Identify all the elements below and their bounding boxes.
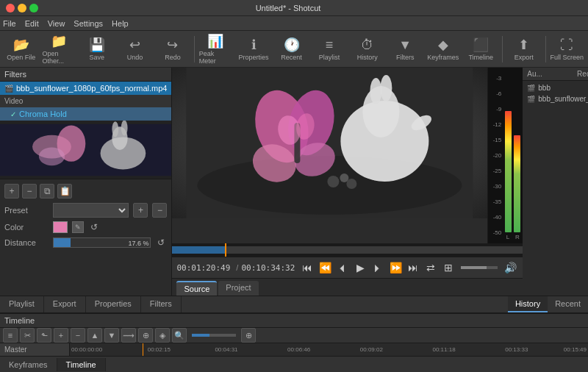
export-button[interactable]: ⬆ Export: [506, 32, 542, 66]
preset-select[interactable]: [53, 203, 129, 218]
add-filter-button[interactable]: +: [4, 184, 19, 198]
filters-button[interactable]: ▼ Filters: [387, 32, 423, 66]
menu-help[interactable]: Help: [112, 19, 129, 28]
right-panel-header: Au... Recent: [523, 68, 588, 81]
properties-tab[interactable]: Properties: [86, 296, 141, 312]
keyframes-label: Keyframes: [427, 54, 459, 61]
maximize-button[interactable]: [29, 4, 38, 12]
filters-panel: Filters 🎬 bbb_sunflower_1080p_60fps_norm…: [0, 68, 172, 296]
title-bar: Untitled* - Shotcut: [0, 0, 588, 16]
scrubber-bar[interactable]: [172, 243, 523, 257]
vu-label-7: -30: [490, 183, 501, 190]
menu-settings[interactable]: Settings: [74, 19, 103, 28]
vu-label-4: -15: [490, 137, 501, 143]
video-preview: [172, 68, 487, 218]
undo-icon: ↩: [129, 37, 140, 53]
redo-button[interactable]: ↪ Redo: [154, 32, 191, 66]
open-other-button[interactable]: 📁 Open Other...: [41, 32, 78, 66]
mute-button[interactable]: 🔊: [502, 260, 518, 276]
remove-preset-button[interactable]: −: [152, 203, 167, 218]
playlist-button[interactable]: ≡ Playlist: [311, 32, 348, 66]
tl-up-btn[interactable]: ▲: [87, 328, 102, 343]
filter-name: Chroma Hold: [19, 110, 67, 118]
play-prev-button[interactable]: ⏴: [334, 260, 351, 276]
recent-button[interactable]: 🕐 Recent: [273, 32, 310, 66]
paste-filter-button[interactable]: 📋: [57, 184, 72, 198]
tl-remove-btn[interactable]: −: [71, 328, 85, 343]
copy-filter-button[interactable]: ⧉: [40, 184, 54, 198]
tl-scrub-btn[interactable]: ◈: [155, 328, 170, 343]
filters-label: Filters: [396, 54, 415, 61]
play-next-button[interactable]: ⏵: [370, 260, 386, 276]
minimize-button[interactable]: [18, 4, 26, 12]
goto-end-button[interactable]: ⏭: [405, 260, 421, 276]
timeline-toolbar-button[interactable]: ⬛ Timeline: [463, 32, 500, 66]
menu-edit[interactable]: Edit: [25, 19, 39, 28]
project-tab[interactable]: Project: [218, 281, 258, 296]
window-title: Untitled* - Shotcut: [256, 4, 321, 12]
export-tab[interactable]: Export: [44, 296, 86, 312]
chroma-hold-filter[interactable]: ✓ Chroma Hold: [0, 107, 171, 121]
properties-button[interactable]: ℹ Properties: [235, 32, 272, 66]
distance-bar[interactable]: 17.6 %: [53, 237, 151, 248]
recent-item-2[interactable]: 🎬 bbb_sunflower_1...: [524, 93, 588, 104]
playlist-tab[interactable]: Playlist: [0, 296, 44, 312]
history-toolbar-button[interactable]: ⏱ History: [349, 32, 386, 66]
tl-razor-btn[interactable]: ✂: [20, 328, 35, 343]
recent-item-1[interactable]: 🎬 bbb: [524, 82, 588, 93]
svg-point-6: [112, 121, 118, 137]
filters-header: Filters: [0, 68, 171, 82]
color-picker-icon[interactable]: ✎: [72, 221, 84, 233]
filters-bottom-tab[interactable]: Filters: [141, 296, 182, 312]
play-button[interactable]: ▶: [352, 260, 368, 276]
skip-back-button[interactable]: ⏪: [317, 260, 333, 276]
undo-button[interactable]: ↩ Undo: [117, 32, 154, 66]
skip-forward-button[interactable]: ⏩: [387, 260, 404, 276]
color-refresh-button[interactable]: ↺: [88, 221, 100, 233]
tl-add-btn[interactable]: +: [54, 328, 68, 343]
tc-7: 00:15:49: [564, 346, 587, 353]
timeline-header: Timeline: [0, 314, 588, 328]
history-toolbar-label: History: [357, 54, 378, 61]
recent-label: Recent: [281, 54, 302, 61]
menu-view[interactable]: View: [48, 19, 65, 28]
timeline-bottom-tab[interactable]: Timeline: [57, 358, 106, 371]
history-tab[interactable]: History: [508, 296, 548, 312]
volume-slider[interactable]: [461, 266, 498, 269]
vu-scale-labels: -3 -6 -9 -12 -15 -20 -25 -30 -35 -40 -50: [488, 68, 503, 243]
tl-zoom-out-btn[interactable]: 🔍: [172, 328, 187, 343]
grid-button[interactable]: ⊞: [440, 260, 456, 276]
tl-ripple-btn[interactable]: ⟿: [121, 328, 136, 343]
track-content: 00:00:00:00 00:02:15 00:04:31 00:06:46 0…: [70, 343, 588, 356]
tl-zoom-fill: [192, 334, 209, 337]
content-area: Filters 🎬 bbb_sunflower_1080p_60fps_norm…: [0, 68, 588, 372]
remove-filter-button[interactable]: −: [22, 184, 37, 198]
tl-menu-btn[interactable]: ≡: [3, 328, 18, 343]
tl-down-btn[interactable]: ▼: [104, 328, 119, 343]
keyframes-button[interactable]: ◆ Keyframes: [425, 32, 462, 66]
distance-refresh-button[interactable]: ↺: [155, 237, 167, 248]
history-toolbar-icon: ⏱: [361, 37, 374, 53]
source-tab[interactable]: Source: [176, 281, 217, 296]
toolbar: 📂 Open File 📁 Open Other... 💾 Save ↩ Und…: [0, 31, 588, 68]
loop-button[interactable]: ⇄: [423, 260, 439, 276]
save-button[interactable]: 💾 Save: [79, 32, 115, 66]
recent-item-icon-1: 🎬: [527, 85, 535, 92]
open-file-button[interactable]: 📂 Open File: [3, 32, 40, 66]
recent-tab[interactable]: Recent: [548, 296, 588, 312]
open-other-label: Open Other...: [43, 50, 76, 65]
peak-meter-button[interactable]: 📊 Peak Meter: [198, 32, 234, 66]
keyframes-bottom-tab[interactable]: Keyframes: [0, 358, 57, 371]
menu-file[interactable]: File: [3, 19, 16, 28]
vu-lr-labels: L R: [506, 234, 520, 240]
tl-snap-btn[interactable]: ⊕: [138, 328, 153, 343]
add-preset-button[interactable]: +: [133, 203, 148, 218]
close-button[interactable]: [6, 4, 15, 12]
full-screen-button[interactable]: ⛶ Full Screen: [549, 32, 586, 66]
tl-zoom-slider[interactable]: [192, 334, 236, 337]
color-swatch[interactable]: [53, 221, 68, 233]
goto-start-button[interactable]: ⏮: [299, 260, 315, 276]
tl-zoom-in-btn[interactable]: ⊕: [241, 328, 256, 343]
vu-label-5: -20: [490, 152, 501, 159]
tl-lift-btn[interactable]: ⬑: [37, 328, 51, 343]
